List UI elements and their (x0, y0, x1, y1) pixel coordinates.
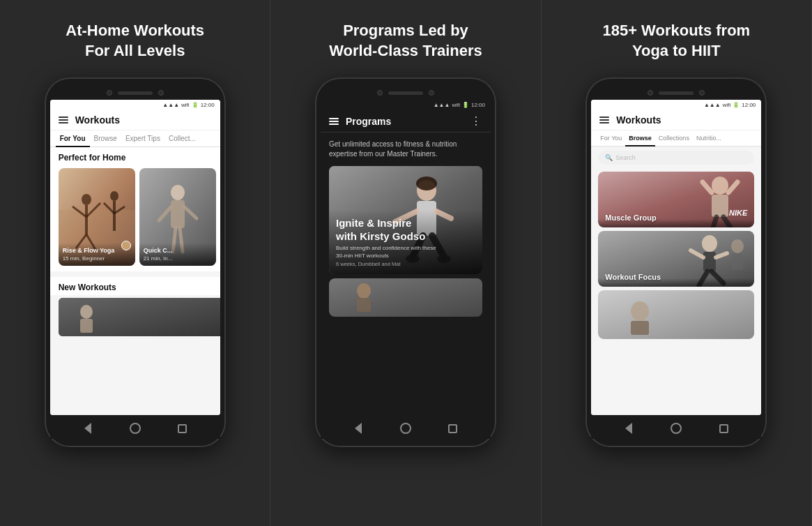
tab-collections-3[interactable]: Collections (655, 130, 693, 146)
svg-point-2 (82, 194, 91, 205)
home-button-1[interactable] (128, 421, 143, 436)
programs-hero-meta: 6 weeks, Dumbbell and Mat (336, 261, 475, 267)
front-camera-1 (107, 90, 112, 96)
time-display-2: 12:00 (471, 102, 485, 108)
signal-icon: ▲▲▲ (162, 102, 179, 108)
wifi-icon-3: wifi (723, 102, 731, 108)
speaker-1 (118, 91, 153, 95)
dark-screen-content: Get unlimited access to fitness & nutrit… (321, 133, 491, 415)
tab-for-you-3[interactable]: For You (597, 130, 625, 146)
hamburger-icon-3[interactable] (599, 117, 609, 123)
section-perfect-home: Perfect for Home (50, 147, 220, 165)
front-camera-3 (648, 90, 653, 96)
speaker-3 (659, 91, 694, 95)
tab-for-you-1[interactable]: For You (56, 130, 90, 146)
wifi-icon-2: wifi (452, 102, 460, 108)
hamburger-icon-2[interactable] (329, 118, 339, 125)
svg-point-33 (357, 283, 371, 299)
svg-rect-53 (631, 321, 649, 335)
screen-content-1: Perfect for Home (50, 147, 220, 415)
panel2-title: Programs Led by World-Class Trainers (329, 21, 482, 61)
browse-card-focus[interactable]: Workout Focus (598, 231, 754, 287)
nav-header-1: Workouts (50, 110, 220, 130)
svg-point-52 (631, 301, 649, 321)
browse-card-muscle[interactable]: Muscle Group NIKE (598, 172, 754, 227)
tabs-bar-1: For You Browse Expert Tips Collect... (50, 130, 220, 147)
workout-focus-label: Workout Focus (605, 273, 661, 281)
tab-browse-3[interactable]: Browse (625, 130, 655, 146)
hamburger-line-3a (599, 117, 609, 118)
svg-rect-34 (357, 298, 371, 312)
workout-cards-row: Rise & Flow Yoga 15 min, Beginner (50, 165, 220, 271)
phone-frame-3: ▲▲▲ wifi 🔋 12:00 Workouts For You Browse (585, 77, 767, 447)
speaker-2 (388, 91, 423, 95)
back-button-1[interactable] (80, 421, 95, 436)
back-icon-3 (625, 423, 632, 434)
svg-point-24 (416, 176, 437, 190)
trainer-avatar-yoga (121, 241, 131, 250)
second-program-card[interactable] (329, 278, 482, 317)
home-button-3[interactable] (668, 421, 684, 436)
svg-point-8 (110, 191, 118, 201)
phone-bottom-nav-1 (50, 415, 220, 439)
recents-button-3[interactable] (716, 421, 731, 436)
tab-nutrition-3[interactable]: Nutritio... (693, 130, 725, 146)
hamburger-icon-1[interactable] (59, 117, 68, 123)
hamburger-line-3 (59, 122, 68, 123)
hamburger-line-2 (59, 119, 68, 121)
svg-rect-39 (712, 195, 728, 217)
new-workout-card-1[interactable] (59, 298, 212, 336)
yoga-card-title: Rise & Flow Yoga (63, 247, 131, 255)
back-button-3[interactable] (621, 421, 636, 436)
svg-rect-44 (703, 252, 716, 271)
phone-screen-3: ▲▲▲ wifi 🔋 12:00 Workouts For You Browse (591, 100, 761, 415)
muscle-group-label: Muscle Group (605, 213, 656, 222)
workout-card-quick[interactable]: Quick C... 21 min, In... (139, 168, 216, 266)
svg-rect-14 (171, 200, 185, 228)
battery-icon-3: 🔋 (733, 102, 740, 108)
svg-point-20 (80, 305, 93, 319)
programs-hero-card[interactable]: Ignite & Inspire with Kirsty Godso Build… (329, 166, 482, 274)
programs-hero-overlay: Ignite & Inspire with Kirsty Godso Build… (329, 210, 482, 274)
nav-header-3: Workouts (591, 110, 761, 130)
front-camera-1b (158, 90, 164, 96)
wifi-icon: wifi (181, 102, 190, 108)
recents-icon-1 (178, 424, 187, 433)
svg-rect-50 (732, 253, 743, 270)
phone-screen-1: ▲▲▲ wifi 🔋 12:00 Workouts For You Browse (50, 100, 220, 415)
programs-description: Get unlimited access to fitness & nutrit… (329, 140, 482, 159)
back-icon-1 (84, 423, 91, 434)
browse-card-third[interactable] (598, 290, 754, 339)
more-options-icon[interactable]: ⋮ (470, 114, 482, 128)
home-icon-1 (130, 423, 141, 434)
nike-logo: NIKE (729, 209, 747, 217)
hamburger-line-3b (599, 119, 609, 121)
hamburger-line-2c (329, 123, 339, 125)
nav-title-1: Workouts (75, 114, 212, 126)
home-icon-2 (400, 423, 411, 434)
tab-collections-1[interactable]: Collect... (164, 130, 200, 146)
quick-card-subtitle: 21 min, In... (144, 255, 212, 262)
recents-button-1[interactable] (175, 421, 190, 436)
back-button-2[interactable] (351, 421, 366, 436)
recents-icon-3 (719, 424, 728, 433)
quick-card-overlay: Quick C... 21 min, In... (139, 243, 216, 266)
home-button-2[interactable] (398, 421, 413, 436)
workout-card-yoga[interactable]: Rise & Flow Yoga 15 min, Beginner (59, 168, 135, 266)
browse-cards-container: Muscle Group NIKE (591, 169, 761, 342)
tab-expert-tips-1[interactable]: Expert Tips (121, 130, 164, 146)
browse-screen-content: 🔍 Search (591, 146, 761, 415)
status-icons-1: ▲▲▲ wifi 🔋 12:00 (162, 102, 214, 108)
home-icon-3 (671, 423, 682, 434)
status-bar-1: ▲▲▲ wifi 🔋 12:00 (50, 100, 220, 110)
time-display-3: 12:00 (742, 102, 756, 108)
yoga-card-subtitle: 15 min, Beginner (63, 255, 131, 262)
hamburger-line-3c (599, 122, 609, 123)
recents-button-2[interactable] (445, 421, 461, 436)
nav-title-3: Workouts (616, 114, 753, 126)
search-bar[interactable]: 🔍 Search (598, 151, 754, 165)
panel-at-home: At-Home Workouts For All Levels ▲▲▲ wifi… (0, 0, 270, 526)
panel1-title: At-Home Workouts For All Levels (66, 21, 204, 61)
tab-browse-1[interactable]: Browse (90, 130, 121, 146)
phone-frame-2: ▲▲▲ wifi 🔋 12:00 Programs ⋮ Get unlimite… (315, 77, 496, 447)
